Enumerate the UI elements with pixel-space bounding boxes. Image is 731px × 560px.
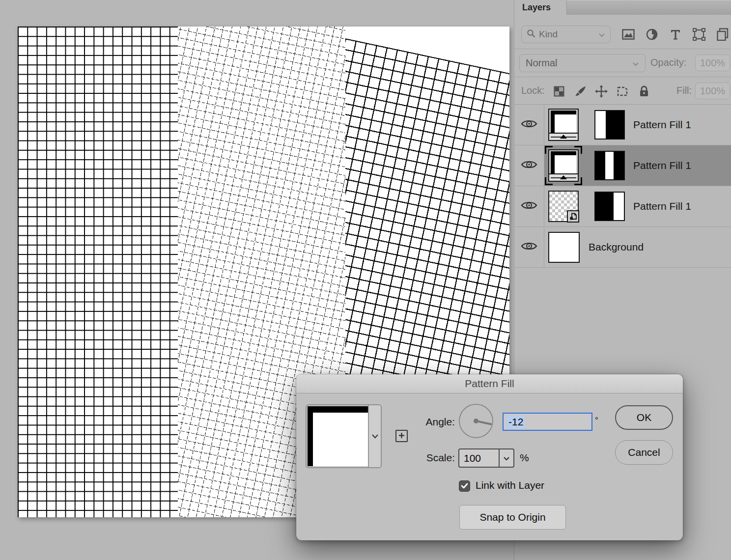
- layer-name[interactable]: Pattern Fill 1: [633, 200, 691, 212]
- ok-button[interactable]: OK: [615, 405, 673, 430]
- degree-unit: °: [595, 416, 598, 425]
- angle-input[interactable]: -12: [503, 413, 592, 431]
- eye-icon: [521, 118, 537, 131]
- layer-name[interactable]: Background: [589, 241, 644, 253]
- filter-shape-layers-icon[interactable]: [691, 26, 707, 43]
- layer-mask-thumbnail[interactable]: [594, 151, 625, 180]
- lock-artboard-icon[interactable]: [616, 85, 629, 98]
- panel-tab-bar: Layers: [514, 0, 731, 15]
- layer-mask-thumbnail[interactable]: [594, 110, 625, 140]
- angle-dial[interactable]: [459, 404, 493, 438]
- blend-mode-value: Normal: [526, 57, 557, 69]
- background-layer-thumbnail[interactable]: [548, 232, 580, 263]
- layer-mask-thumbnail[interactable]: [594, 192, 625, 221]
- layer-row-pattern-fill-top[interactable]: Pattern Fill 1: [514, 105, 731, 145]
- straight-grid-pattern: [18, 27, 178, 517]
- filter-pixel-layers-icon[interactable]: [620, 26, 637, 43]
- pattern-swatch-picker[interactable]: [306, 404, 382, 468]
- pattern-fill-thumbnail-selected[interactable]: [548, 149, 579, 182]
- eye-icon: [521, 241, 537, 253]
- scale-dropdown[interactable]: [499, 449, 513, 467]
- layer-filter-kind-select[interactable]: Kind: [521, 26, 611, 43]
- opacity-value-field[interactable]: 100%: [695, 55, 730, 71]
- visibility-toggle[interactable]: [514, 186, 544, 226]
- snap-to-origin-button[interactable]: Snap to Origin: [459, 505, 566, 530]
- chevron-down-icon: [503, 454, 510, 463]
- opacity-label: Opacity:: [650, 57, 686, 68]
- lock-label: Lock:: [521, 85, 545, 96]
- pattern-fill-thumbnail[interactable]: [548, 109, 579, 141]
- cancel-button[interactable]: Cancel: [615, 440, 673, 465]
- blend-mode-row: Normal Opacity: 100%: [514, 49, 731, 77]
- fill-label: Fill:: [676, 85, 692, 96]
- link-with-layer-checkbox[interactable]: [459, 480, 470, 492]
- layer-row-background[interactable]: Background: [514, 227, 731, 268]
- pattern-dropdown[interactable]: [368, 405, 381, 467]
- visibility-toggle[interactable]: [514, 145, 544, 186]
- fill-value-field[interactable]: 100%: [695, 83, 730, 99]
- check-icon: [461, 482, 468, 491]
- lock-row: Lock: Fill: 100%: [514, 77, 731, 105]
- layer-row-pattern-fill-bottom[interactable]: Pattern Fill 1: [514, 186, 731, 227]
- scale-value: 100: [459, 449, 499, 467]
- scale-combobox[interactable]: 100: [458, 448, 514, 468]
- layer-list: Pattern Fill 1: [514, 105, 731, 268]
- visibility-toggle[interactable]: [514, 105, 544, 145]
- filter-adjustment-layers-icon[interactable]: [644, 26, 660, 43]
- transparent-layer-thumbnail[interactable]: [548, 191, 579, 222]
- filter-smart-object-icon[interactable]: [714, 26, 731, 43]
- tab-layers[interactable]: Layers: [514, 0, 566, 15]
- angle-label: Angle:: [408, 416, 455, 428]
- pattern-preview: [308, 406, 368, 466]
- tab-layers-label: Layers: [522, 2, 551, 13]
- photoshop-window: Layers Kind: [0, 0, 731, 560]
- dialog-title[interactable]: Pattern Fill: [296, 374, 683, 393]
- chevron-down-icon: [632, 57, 639, 69]
- new-pattern-button[interactable]: [395, 430, 408, 442]
- plus-icon: [398, 432, 405, 441]
- chevron-down-icon: [598, 29, 605, 40]
- search-icon: [527, 29, 535, 40]
- lock-image-pixels-icon[interactable]: [574, 85, 588, 98]
- layer-name[interactable]: Pattern Fill 1: [633, 160, 691, 171]
- lock-all-icon[interactable]: [637, 85, 651, 98]
- pattern-strip-left: [18, 27, 178, 517]
- blend-mode-select[interactable]: Normal: [519, 54, 646, 72]
- eye-icon: [521, 200, 537, 213]
- chevron-down-icon: [371, 432, 379, 441]
- lock-position-icon[interactable]: [594, 85, 608, 98]
- filter-type-layers-icon[interactable]: [667, 26, 684, 43]
- pattern-fill-dialog: Pattern Fill Angle: -12 ° OK: [296, 374, 683, 540]
- kind-label: Kind: [539, 29, 558, 40]
- layer-row-pattern-fill-selected[interactable]: Pattern Fill 1: [514, 145, 731, 186]
- visibility-toggle[interactable]: [514, 227, 544, 267]
- scale-label: Scale:: [408, 452, 455, 464]
- layer-name[interactable]: Pattern Fill 1: [633, 119, 691, 131]
- tab-bar-empty-area: [566, 0, 731, 15]
- lock-transparent-pixels-icon[interactable]: [552, 85, 566, 98]
- layer-filter-row: Kind: [514, 15, 731, 49]
- smart-object-badge-icon: [567, 210, 579, 223]
- angle-dial-center: [474, 419, 478, 423]
- percent-unit: %: [520, 452, 529, 464]
- eye-icon: [521, 159, 537, 172]
- angle-value-selected: -12: [507, 416, 525, 428]
- link-with-layer-label[interactable]: Link with Layer: [476, 479, 544, 491]
